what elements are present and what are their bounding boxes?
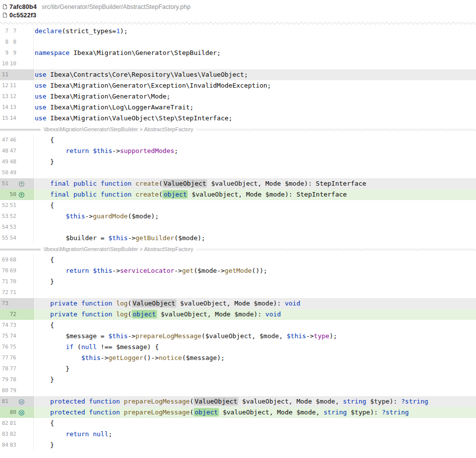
old-line-number: 74 xyxy=(0,320,8,331)
new-line-number: 50 xyxy=(8,189,16,200)
code-token: string xyxy=(323,408,351,416)
code-token: ): StepInterface xyxy=(285,191,347,198)
new-line-number: 82 xyxy=(8,429,16,440)
code-token: } xyxy=(35,278,54,285)
gutter: 8079 xyxy=(0,385,34,396)
gutter-icon-slot xyxy=(16,178,33,189)
file-path[interactable]: src/lib/Generator/StepBuilder/AbstractSt… xyxy=(42,3,191,10)
code-token: ( xyxy=(174,234,178,242)
code-token: , Mode xyxy=(258,180,285,187)
code-token: use xyxy=(35,71,50,78)
gutter: 7776 xyxy=(0,353,34,363)
old-line-number: 50 xyxy=(0,167,8,178)
diff-line: 4948 } xyxy=(0,156,476,167)
gutter-icon-slot xyxy=(16,298,33,309)
new-line-number: 81 xyxy=(8,418,16,429)
diff-line: 4746 { xyxy=(0,135,476,146)
collapsed-region-label[interactable]: \Ibexa\Migration\Generator\StepBuilder >… xyxy=(41,126,196,132)
code-token: ): xyxy=(254,310,265,318)
new-line-number: 52 xyxy=(8,211,16,222)
new-line-number: 76 xyxy=(8,353,16,363)
overridden-method-icon[interactable] xyxy=(18,399,25,405)
implementing-method-icon[interactable] xyxy=(18,181,25,187)
collapsed-region-label[interactable]: \Ibexa\Migration\Generator\StepBuilder >… xyxy=(41,246,196,252)
new-line-number: 53 xyxy=(8,222,16,233)
code-line: use Ibexa\Migration\Generator\Mode; xyxy=(34,91,476,102)
code-token: } xyxy=(35,365,69,372)
code-token: , Mode xyxy=(269,408,297,416)
gutter: 4847 xyxy=(0,146,34,156)
new-line-number: 49 xyxy=(8,167,16,178)
gutter: 5352 xyxy=(0,211,34,222)
gutter-icon-slot xyxy=(16,309,33,320)
old-line-number: 81 xyxy=(0,396,8,407)
old-line-number: 55 xyxy=(0,233,8,244)
old-line-number: 75 xyxy=(0,331,8,342)
code-token xyxy=(35,430,66,438)
code-token: $mode xyxy=(265,191,285,198)
code-token: prepareLogMessage xyxy=(136,332,202,340)
old-line-number: 8 xyxy=(0,37,8,48)
collapsed-region-separator[interactable]: \Ibexa\Migration\Generator\StepBuilder >… xyxy=(0,244,476,254)
gutter: 5251 xyxy=(0,200,34,211)
code-token: ?string xyxy=(401,398,428,405)
code-token: $message xyxy=(66,332,97,340)
code-token: $this xyxy=(81,354,101,361)
gutter-icon-slot xyxy=(16,58,33,69)
code-token: Ibexa\Migration\Log\LoggerAwareTrait; xyxy=(50,103,194,111)
code-line: declare(strict_types=1); xyxy=(34,26,476,37)
code-token: getLogger xyxy=(108,354,143,361)
code-token: return xyxy=(66,430,93,438)
gutter-icon-slot xyxy=(16,69,33,80)
commit-row-old: 7afc80b4 src/lib/Generator/StepBuilder/A… xyxy=(0,2,476,11)
code-token: $this xyxy=(108,332,128,340)
code-token: string xyxy=(343,398,370,405)
new-line-number: 75 xyxy=(8,342,16,353)
code-token: $this xyxy=(93,267,112,274)
overridden-method-icon[interactable] xyxy=(18,409,25,416)
code-token: return xyxy=(66,267,93,274)
collapsed-region-separator[interactable]: \Ibexa\Migration\Generator\StepBuilder >… xyxy=(0,124,476,135)
new-line-number: 83 xyxy=(8,440,16,451)
code-token: $mode xyxy=(285,180,304,187)
code-line: $builder = $this->getBuilder($mode); xyxy=(34,233,476,244)
old-line-number: 13 xyxy=(0,91,8,102)
gutter-icon-slot xyxy=(16,363,33,374)
code-token: object xyxy=(162,190,188,199)
gutter: 72 xyxy=(0,309,34,320)
diff-line: 11use Ibexa\Contracts\Core\Repository\Va… xyxy=(0,69,476,80)
wave-line xyxy=(196,127,476,132)
code-token: Ibexa\Migration\Generator\Mode; xyxy=(50,93,170,100)
code-token: void xyxy=(285,300,300,307)
code-line: final public function create(object $val… xyxy=(34,189,476,200)
code-token: } xyxy=(35,441,54,449)
code-token: namespace xyxy=(35,49,73,56)
gutter-icon-slot xyxy=(16,80,33,91)
gutter: 5554 xyxy=(0,233,34,244)
code-token xyxy=(35,408,50,416)
commit-hash-old[interactable]: 7afc80b4 xyxy=(9,3,37,10)
implementing-method-icon[interactable] xyxy=(18,192,25,198)
gutter-icon-slot xyxy=(16,211,33,222)
code-token: } xyxy=(35,376,54,383)
gutter-icon-slot xyxy=(16,156,33,167)
code-token: = xyxy=(97,332,108,340)
code-token: $mode xyxy=(296,408,316,416)
diff-line: 7877 } xyxy=(0,363,476,374)
code-line: } xyxy=(34,156,476,167)
code-line: return $this->serviceLocator->get($mode-… xyxy=(34,265,476,276)
diff-line: 5352 $this->guardMode($mode); xyxy=(0,211,476,222)
commit-hash-new[interactable]: 0c5522f3 xyxy=(9,12,36,19)
code-token: use xyxy=(35,114,50,122)
code-token: $type xyxy=(351,408,370,416)
gutter: 1312 xyxy=(0,91,34,102)
code-token: , Mode xyxy=(289,398,316,405)
code-token: -> xyxy=(112,147,120,154)
code-token xyxy=(35,354,81,361)
code-token: guardMode xyxy=(93,212,127,220)
diff-line: 8382 return null; xyxy=(0,429,476,440)
code-token: ); xyxy=(151,212,159,220)
code-line: protected function prepareLogMessage(Val… xyxy=(34,396,476,407)
code-line: } xyxy=(34,363,476,374)
code-token: , Mode xyxy=(227,300,254,307)
